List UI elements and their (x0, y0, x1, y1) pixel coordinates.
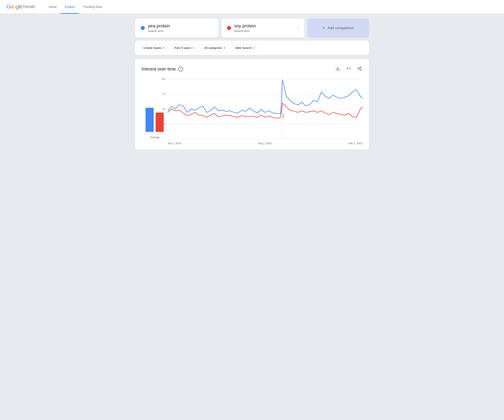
nav-explore[interactable]: Explore (61, 0, 79, 14)
share-button[interactable] (356, 65, 362, 72)
svg-text:Note: Note (282, 113, 285, 118)
google-wordmark: Google (6, 4, 22, 10)
soy-protein-dot (227, 26, 231, 30)
chart-actions (335, 65, 362, 72)
download-button[interactable] (335, 65, 341, 72)
filter-category-label: All categories (204, 46, 222, 50)
embed-button[interactable] (346, 65, 352, 72)
filter-search-type[interactable]: Web Search ▾ (232, 44, 258, 51)
logo: Google Trends (6, 4, 35, 10)
chart-header: Interest over time ? (142, 65, 362, 72)
soy-protein-term: soy protein (234, 23, 256, 29)
add-comparison-label: Add comparison (328, 26, 354, 30)
header: Google Trends Home Explore Trending Now (0, 0, 504, 14)
line-chart-container: 100 75 50 25 Note Apr 1, 2019 Aug 1, 202… (168, 79, 362, 145)
bar-pea-protein (145, 108, 154, 132)
main-nav: Home Explore Trending Now (45, 0, 106, 13)
svg-text:75: 75 (162, 93, 166, 96)
filter-region[interactable]: United States ▾ (140, 44, 168, 51)
bar-chart (145, 108, 164, 132)
nav-home[interactable]: Home (45, 0, 61, 14)
filter-category[interactable]: All categories ▾ (201, 44, 228, 51)
svg-line-5 (359, 67, 360, 68)
filter-time[interactable]: Past 5 years ▾ (171, 44, 197, 51)
trends-wordmark: Trends (23, 4, 35, 9)
filter-category-chevron: ▾ (224, 47, 225, 49)
soy-protein-menu-icon[interactable]: ⋮ (296, 26, 300, 30)
pea-protein-type: Search term (148, 29, 170, 33)
main-content: pea protein Search term soy protein Sear… (127, 14, 377, 154)
x-label-mid: Aug 1, 2021 (258, 142, 272, 145)
pea-protein-dot (141, 26, 145, 30)
filter-search-type-label: Web Search (235, 46, 252, 50)
svg-text:100: 100 (161, 77, 166, 81)
filter-time-chevron: ▾ (193, 47, 194, 49)
pea-protein-text: pea protein Search term (148, 23, 170, 33)
chart-card: Interest over time ? (135, 59, 369, 150)
chart-sidebar: Average (142, 108, 168, 145)
chart-title: Interest over time (142, 66, 176, 72)
chart-area: Average 100 75 50 25 (142, 79, 362, 145)
bar-soy-protein (156, 112, 164, 132)
add-icon: + (323, 25, 325, 31)
filter-region-label: United States (143, 46, 162, 50)
add-comparison-card[interactable]: + Add comparison (307, 18, 369, 37)
soy-protein-text: soy protein Search term (234, 23, 256, 33)
pea-protein-term: pea protein (148, 23, 170, 29)
help-icon[interactable]: ? (178, 67, 183, 71)
search-terms-row: pea protein Search term soy protein Sear… (135, 18, 369, 37)
filter-region-chevron: ▾ (163, 47, 164, 49)
svg-text:25: 25 (162, 122, 166, 126)
nav-trending-now[interactable]: Trending Now (79, 0, 106, 14)
svg-line-4 (359, 69, 360, 70)
search-term-card-pea-protein[interactable]: pea protein Search term (135, 18, 218, 37)
soy-protein-type: Search term (234, 29, 256, 33)
average-label: Average (150, 136, 159, 139)
x-axis-labels: Apr 1, 2019 Aug 1, 2021 Dec 1, 2023 (168, 140, 362, 145)
search-term-card-soy-protein[interactable]: soy protein Search term ⋮ (221, 18, 304, 37)
chart-title-group: Interest over time ? (142, 66, 183, 72)
filter-time-label: Past 5 years (174, 46, 191, 50)
filter-search-type-chevron: ▾ (253, 47, 255, 49)
line-chart-svg: 100 75 50 25 Note (168, 79, 362, 139)
x-label-end: Dec 1, 2023 (348, 142, 362, 145)
filters-row: United States ▾ Past 5 years ▾ All categ… (135, 41, 369, 55)
svg-text:50: 50 (162, 107, 166, 111)
x-label-start: Apr 1, 2019 (168, 142, 181, 145)
